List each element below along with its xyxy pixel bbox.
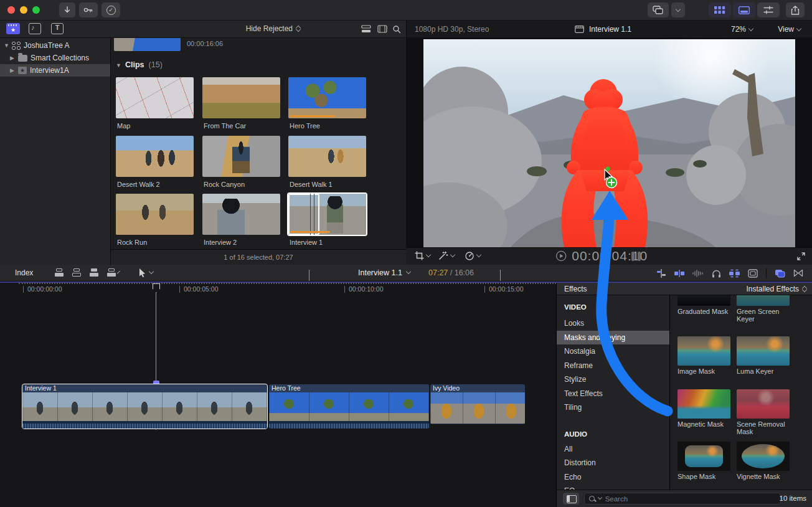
snapping-icon[interactable]	[729, 269, 740, 278]
disclosure-triangle-icon[interactable]: ▶	[10, 67, 15, 73]
workspaces-button[interactable]	[648, 2, 669, 17]
toggle-timeline-button[interactable]	[733, 2, 755, 17]
effect-thumbnail[interactable]	[677, 389, 730, 419]
category-reframe[interactable]: Reframe	[557, 359, 669, 373]
clip-thumbnail[interactable]	[116, 136, 194, 177]
connect-edit-icon[interactable]	[55, 268, 65, 277]
transitions-browser-icon[interactable]	[793, 269, 803, 277]
clip-item[interactable]: Rock Canyon	[202, 136, 280, 188]
effect-item-scene-removal-mask[interactable]: Scene Removal Mask	[737, 389, 796, 435]
effect-thumbnail[interactable]	[677, 336, 730, 366]
clip-item-selected[interactable]: Interview 1	[288, 194, 366, 246]
effect-thumbnail[interactable]	[677, 442, 730, 471]
effect-item-luma-keyer[interactable]: Luma Keyer	[737, 336, 796, 376]
effect-item-green-screen-keyer[interactable]: Green Screen Keyer	[737, 295, 796, 323]
workspaces-chevron-button[interactable]	[671, 2, 685, 17]
media-browser-icon[interactable]	[748, 269, 758, 278]
clip-item[interactable]: Desert Walk 2	[116, 136, 194, 188]
clip-item[interactable]: Hero Tree	[288, 77, 366, 130]
disclosure-triangle-icon[interactable]: ▼	[116, 62, 121, 69]
append-edit-icon[interactable]	[90, 268, 100, 277]
share-button[interactable]	[786, 2, 805, 17]
timeline[interactable]: 00:00:00:00 00:00:05:00 00:00:10:00 00:0…	[0, 283, 556, 507]
tool-select-menu[interactable]	[138, 268, 153, 278]
category-tiling[interactable]: Tiling	[557, 400, 669, 415]
category-looks[interactable]: Looks	[557, 316, 669, 331]
effect-item-vignette-mask[interactable]: Vignette Mask	[737, 442, 796, 481]
skimming-toggle-icon[interactable]	[656, 268, 666, 278]
category-masks-and-keying[interactable]: Masks and Keying	[557, 331, 669, 345]
audio-skimming-icon[interactable]	[674, 269, 684, 278]
clip-item[interactable]: Interview 2	[202, 194, 280, 246]
effects-search-field[interactable]	[584, 493, 781, 505]
effect-item-shape-mask[interactable]: Shape Mask	[677, 442, 737, 481]
timeline-clip-ivyvideo[interactable]: Ivy Video	[430, 384, 525, 424]
zoom-window-button[interactable]	[32, 6, 40, 14]
selection-range[interactable]	[288, 194, 319, 235]
timeline-clip-herotree[interactable]: Hero Tree	[269, 384, 429, 429]
category-stylize[interactable]: Stylize	[557, 372, 669, 387]
category-echo[interactable]: Echo	[557, 470, 669, 485]
clip-item[interactable]: From The Car	[202, 77, 280, 130]
clip-item[interactable]: Desert Walk 1	[288, 136, 366, 188]
viewer-zoom-menu[interactable]: 72%	[731, 25, 753, 34]
category-distortion[interactable]: Distortion	[557, 456, 669, 470]
sidebar-item-event[interactable]: ▶ ★ Interview1A	[0, 64, 110, 77]
disclosure-triangle-icon[interactable]: ▼	[4, 42, 9, 49]
enhancements-menu[interactable]	[438, 251, 455, 260]
clip-thumbnail[interactable]	[202, 194, 280, 235]
category-text-effects[interactable]: Text Effects	[557, 387, 669, 401]
previous-item-button[interactable]	[309, 270, 309, 281]
search-input[interactable]	[605, 495, 777, 503]
fullscreen-button[interactable]	[796, 252, 806, 261]
headphones-icon[interactable]	[712, 269, 721, 278]
effect-thumbnail[interactable]	[737, 336, 790, 366]
clip-thumbnail[interactable]	[202, 136, 280, 177]
filmstrip-view-button[interactable]	[377, 25, 387, 33]
clip-item[interactable]: Rock Run	[116, 194, 194, 246]
solo-icon[interactable]	[692, 269, 704, 278]
clip-thumbnail[interactable]	[116, 194, 194, 235]
category-nostalgia[interactable]: Nostalgia	[557, 344, 669, 359]
timeline-project-menu[interactable]: Interview 1.1	[358, 268, 410, 277]
sidebar-item-smart-collections[interactable]: ▶ Smart Collections	[0, 52, 110, 64]
next-item-button[interactable]	[500, 270, 501, 281]
toggle-browser-button[interactable]	[709, 2, 731, 17]
clip-item[interactable]: Map	[116, 77, 194, 130]
clip-thumbnail-partial[interactable]	[114, 38, 181, 51]
clip-thumbnail[interactable]	[116, 77, 194, 118]
crop-tool-menu[interactable]	[415, 251, 430, 260]
photos-audio-icon[interactable]	[29, 23, 41, 34]
timeline-ruler[interactable]: 00:00:00:00 00:00:05:00 00:00:10:00 00:0…	[19, 283, 556, 294]
overwrite-edit-icon[interactable]	[107, 268, 117, 277]
clips-group-header[interactable]: ▼ Clips(15)	[116, 60, 163, 69]
effect-item-graduated-mask[interactable]: Graduated Mask	[677, 295, 737, 316]
filter-popup[interactable]: Hide Rejected	[246, 24, 300, 33]
clip-thumbnail[interactable]	[288, 136, 366, 177]
clip-appearance-button[interactable]	[361, 25, 371, 33]
clip-thumbnail[interactable]	[202, 77, 280, 118]
insert-edit-icon[interactable]	[72, 268, 82, 277]
effect-thumbnail[interactable]	[737, 442, 790, 471]
effects-browser-icon[interactable]	[775, 269, 785, 278]
clip-thumbnail[interactable]	[288, 77, 366, 118]
retime-menu[interactable]	[465, 251, 481, 260]
import-media-button[interactable]	[59, 2, 75, 17]
minimize-window-button[interactable]	[20, 6, 27, 14]
viewer-view-menu[interactable]: View	[778, 25, 801, 34]
clip-thumbnail[interactable]	[288, 194, 366, 235]
close-window-button[interactable]	[7, 6, 15, 14]
installed-effects-menu[interactable]: Installed Effects	[747, 285, 807, 293]
titles-generators-icon[interactable]: T	[51, 23, 64, 34]
toggle-inspector-button[interactable]	[757, 2, 780, 17]
timeline-clip-interview1[interactable]: Interview 1	[22, 384, 267, 429]
background-tasks-button[interactable]: ✓	[102, 2, 120, 17]
index-button[interactable]: Index	[9, 268, 39, 278]
viewer-canvas[interactable]	[423, 39, 795, 247]
effect-item-image-mask[interactable]: Image Mask	[677, 336, 737, 376]
toggle-category-sidebar-button[interactable]	[563, 493, 579, 505]
effect-thumbnail[interactable]	[737, 389, 790, 419]
audio-meters[interactable]	[631, 252, 641, 261]
sidebar-item-library[interactable]: ▼ JoshuaTree A	[0, 39, 110, 52]
keyword-editor-button[interactable]	[79, 2, 98, 17]
